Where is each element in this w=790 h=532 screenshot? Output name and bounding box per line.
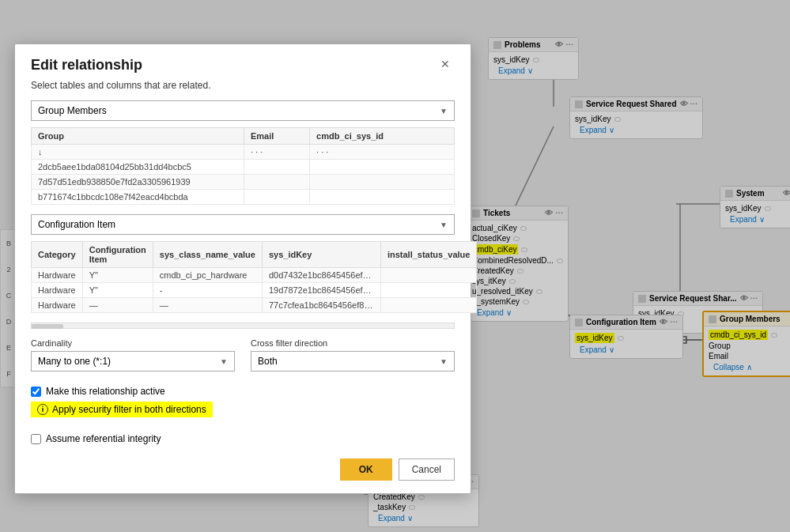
table1-dropdown[interactable]: Group Members ▼: [31, 100, 455, 121]
cancel-button[interactable]: Cancel: [399, 458, 455, 481]
modal-body: Group Members ▼ Group Email cmdb_ci_sys_…: [15, 100, 471, 444]
table-row: Hardware — — 77c7cfea1bc8645456ef87386e4…: [32, 298, 477, 313]
modal-footer: OK Cancel: [15, 449, 471, 493]
chevron-down-icon: ▼: [440, 221, 448, 229]
filter-section: Cardinality Many to one (*:1) ▼ Cross fi…: [31, 338, 455, 378]
col-header: Group: [32, 128, 244, 145]
cross-filter-group: Cross filter direction Both ▼: [251, 338, 455, 378]
cross-filter-label: Cross filter direction: [251, 338, 455, 348]
scrollbar-thumb: [32, 324, 63, 329]
table1-data: Group Email cmdb_ci_sys_id ↓ · · · · · ·…: [31, 127, 455, 205]
table-scrollbar[interactable]: [31, 323, 455, 329]
col-header: sys_idKey: [262, 242, 380, 268]
cardinality-group: Cardinality Many to one (*:1) ▼: [31, 338, 235, 378]
make-active-row: Make this relationship active: [31, 386, 455, 397]
modal-subtitle: Select tables and columns that are relat…: [15, 80, 471, 100]
cardinality-value: Many to one (*:1): [38, 356, 111, 367]
col-header: Category: [32, 242, 83, 268]
checkbox-section: Make this relationship active: [31, 386, 455, 397]
modal-header: Edit relationship ✕: [15, 44, 471, 80]
info-icon: i: [37, 404, 48, 415]
chevron-down-icon: ▼: [440, 107, 448, 115]
table1-dropdown-value: Group Members: [38, 105, 107, 116]
col-header: cmdb_ci_sys_id: [310, 128, 455, 145]
table-row: Hardware Y" - 19d7872e1bc8645456ef87386e…: [32, 283, 477, 298]
cardinality-label: Cardinality: [31, 338, 235, 348]
referential-integrity-section: Assume referential integrity: [31, 433, 455, 444]
make-active-checkbox[interactable]: [31, 387, 41, 397]
table2-dropdown-value: Configuration Item: [38, 219, 115, 230]
modal-title: Edit relationship: [31, 57, 142, 74]
cross-filter-dropdown[interactable]: Both ▼: [251, 351, 455, 372]
referential-integrity-label: Assume referential integrity: [46, 433, 161, 444]
cardinality-dropdown[interactable]: Many to one (*:1) ▼: [31, 351, 235, 372]
edit-relationship-modal: Edit relationship ✕ Select tables and co…: [14, 43, 471, 494]
referential-integrity-checkbox[interactable]: [31, 434, 41, 444]
table-row: 2dcb5aee1bda08104d25bb31dd4bcbc5: [32, 160, 455, 175]
security-filter-container: i Apply security filter in both directio…: [31, 402, 455, 427]
make-active-label: Make this relationship active: [46, 386, 165, 397]
chevron-down-icon: ▼: [220, 357, 228, 366]
table-row: 7d57d51edb938850e7fd2a3305961939: [32, 175, 455, 190]
cross-filter-value: Both: [258, 356, 278, 367]
modal-close-button[interactable]: ✕: [436, 57, 455, 71]
table-row: b771674c1bbcdc108e7f42eacd4bcbda: [32, 190, 455, 205]
col-header: install_status_value: [380, 242, 477, 268]
ok-button[interactable]: OK: [340, 458, 392, 481]
chevron-down-icon: ▼: [440, 357, 448, 366]
referential-integrity-row: Assume referential integrity: [31, 433, 455, 444]
security-filter-label: Apply security filter in both directions: [52, 404, 206, 415]
security-filter-note: i Apply security filter in both directio…: [31, 402, 213, 417]
table-row: Hardware Y" cmdb_ci_pc_hardware d0d7432e…: [32, 268, 477, 283]
table2-dropdown[interactable]: Configuration Item ▼: [31, 214, 455, 235]
col-header: Email: [244, 128, 309, 145]
col-header: sys_class_name_value: [153, 242, 262, 268]
table-row: ↓ · · · · · ·: [32, 145, 455, 160]
table2-data: Category Configuration Item sys_class_na…: [31, 241, 477, 313]
col-header: Configuration Item: [82, 242, 153, 268]
